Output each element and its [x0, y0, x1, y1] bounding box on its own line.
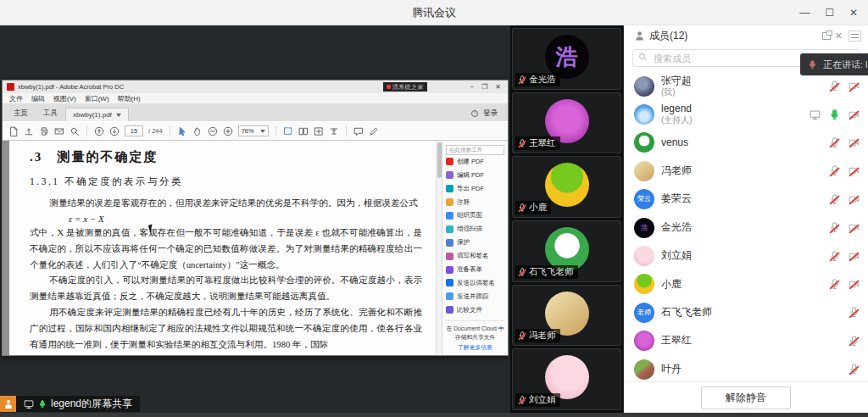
tool-protect[interactable]: 保护	[446, 236, 504, 249]
tab-document[interactable]: xbwby(1).pdf	[65, 108, 129, 121]
learn-more-link[interactable]: 了解更多信息	[446, 343, 504, 352]
next-page-icon[interactable]	[109, 126, 120, 136]
tool-enhance-scans[interactable]: 增强扫描	[446, 222, 504, 236]
compare-files-icon	[446, 306, 453, 314]
sign-in-button[interactable]: 登录	[483, 108, 498, 119]
video-tile[interactable]: 刘立娟	[512, 348, 621, 410]
member-row[interactable]: 浩 金光浩	[624, 214, 868, 242]
fit-window-icon[interactable]	[314, 126, 324, 136]
two-page-view-icon[interactable]	[298, 126, 309, 136]
member-row[interactable]: venus	[624, 129, 868, 157]
member-name: venus	[661, 137, 822, 149]
minimize-button[interactable]: —	[799, 7, 810, 19]
close-panel-icon[interactable]: ✕	[835, 31, 843, 41]
unmute-button[interactable]: 解除静音	[701, 386, 791, 409]
maximize-button[interactable]: ☐	[825, 7, 834, 19]
mic-muted-icon	[829, 251, 840, 262]
acrobat-minimize-button[interactable]: −	[470, 84, 474, 91]
comment-icon[interactable]	[353, 126, 364, 136]
page-number-input[interactable]: 15	[125, 125, 143, 136]
notifications-icon[interactable]	[471, 110, 478, 117]
camera-off-icon	[849, 194, 860, 205]
member-row[interactable]: 叶丹	[624, 355, 868, 381]
select-tool-icon[interactable]	[177, 126, 187, 136]
tool-comment[interactable]: 注释	[446, 196, 504, 209]
upload-cloud-icon[interactable]	[24, 126, 34, 136]
video-thumbnail-strip: 浩 金光浩 王翠红 小鹿 石飞飞老师 冯老师 刘立娟	[510, 25, 623, 417]
tab-tools[interactable]: 工具	[36, 106, 65, 121]
tool-fill-sign[interactable]: 填写和签名	[446, 249, 504, 263]
acrobat-close-button[interactable]: ✕	[495, 84, 501, 91]
member-row[interactable]: 刘立娟	[624, 242, 868, 270]
tools-search-input[interactable]	[446, 145, 504, 155]
search-icon[interactable]	[70, 126, 80, 136]
prepare-form-icon	[446, 266, 453, 274]
tool-prepare-form[interactable]: 准备表单	[446, 263, 504, 276]
save-file-icon[interactable]	[8, 126, 19, 136]
video-tile[interactable]: 浩 金光浩	[512, 28, 621, 90]
member-row[interactable]: 张守超(我)	[624, 72, 868, 100]
member-name: 刘立娟	[661, 250, 822, 262]
popout-panel-icon[interactable]	[822, 32, 831, 40]
member-row[interactable]: 王翠红	[624, 327, 868, 355]
menu-file[interactable]: 文件	[9, 94, 23, 103]
camera-off-icon	[849, 81, 860, 92]
acrobat-restore-button[interactable]: ❐	[481, 84, 487, 91]
search-icon	[639, 53, 646, 60]
avatar	[634, 331, 654, 351]
tool-create-pdf[interactable]: 创建 PDF	[446, 155, 504, 169]
video-tile[interactable]: 冯老师	[512, 285, 621, 347]
zoom-level-select[interactable]: 76%	[238, 125, 269, 136]
tool-edit-pdf[interactable]: 编辑 PDF	[446, 169, 504, 182]
hand-tool-icon[interactable]	[192, 126, 203, 136]
member-row[interactable]: 老师 石飞飞老师	[624, 298, 868, 326]
tool-send-track[interactable]: 发送并跟踪	[446, 290, 504, 303]
email-icon[interactable]	[54, 126, 64, 136]
camera-off-icon	[849, 279, 860, 290]
tool-compare-files[interactable]: 比较文件	[446, 303, 504, 317]
previous-page-icon[interactable]	[94, 126, 104, 136]
participant-name: 王翠红	[529, 137, 556, 149]
member-row[interactable]: 荣云 姜荣云	[624, 186, 868, 214]
tool-export-pdf[interactable]: 导出 PDF	[446, 182, 504, 196]
video-tile[interactable]: 小鹿	[512, 156, 621, 218]
mic-on-icon	[829, 109, 840, 120]
member-name: 姜荣云	[661, 193, 822, 205]
member-row[interactable]: legend(主持人)	[624, 100, 868, 128]
menu-icon[interactable]	[849, 31, 861, 42]
app-titlebar: 腾讯会议 — ☐ ✕	[0, 0, 868, 25]
presentation-icon[interactable]	[329, 126, 339, 136]
video-tile[interactable]: 王翠红	[512, 92, 621, 154]
print-icon[interactable]	[39, 126, 49, 136]
zoom-in-icon[interactable]	[223, 126, 233, 136]
participant-name: 金光浩	[529, 74, 556, 86]
menu-window[interactable]: 窗口(W)	[85, 94, 109, 103]
pencil-icon[interactable]	[369, 126, 379, 136]
member-row[interactable]: 冯老师	[624, 157, 868, 185]
screen-share-icon	[810, 109, 821, 120]
scrollbar-thumb[interactable]	[437, 142, 442, 178]
menu-help[interactable]: 帮助(H)	[118, 94, 141, 103]
scrollbar[interactable]	[436, 141, 442, 355]
pdf-page: .3 测量的不确定度 1.3.1 不确定度的表示与分类 测量结果的误差是客观存在…	[9, 141, 436, 355]
menu-edit[interactable]: 编辑	[31, 94, 45, 103]
close-button[interactable]: ✕	[849, 7, 858, 19]
menu-view[interactable]: 视图(V)	[53, 94, 76, 103]
member-name: 小鹿	[661, 279, 822, 291]
marquee-zoom-icon[interactable]	[283, 126, 293, 136]
acrobat-window: xbwby(1).pdf - Adobe Acrobat Pro DC 清系统之…	[2, 80, 509, 356]
create-pdf-icon	[446, 158, 453, 165]
presenter-avatar	[0, 396, 16, 412]
speaking-toast: 正在讲话: le	[800, 53, 868, 75]
avatar	[634, 161, 654, 181]
members-header: 成员(12) ✕	[624, 25, 868, 47]
tool-send-for-signature[interactable]: 发送以供签名	[446, 276, 504, 290]
avatar	[634, 246, 654, 266]
tool-organize-pages[interactable]: 组织页面	[446, 209, 504, 223]
zoom-out-icon[interactable]	[208, 126, 218, 136]
mic-muted-icon	[518, 203, 526, 212]
tab-home[interactable]: 主页	[6, 106, 36, 121]
member-row[interactable]: 小鹿	[624, 270, 868, 298]
tools-panel: 创建 PDF 编辑 PDF 导出 PDF 注释 组织页面 增强扫描 保护 填写和…	[442, 141, 508, 355]
video-tile[interactable]: 石飞飞老师	[512, 220, 621, 282]
